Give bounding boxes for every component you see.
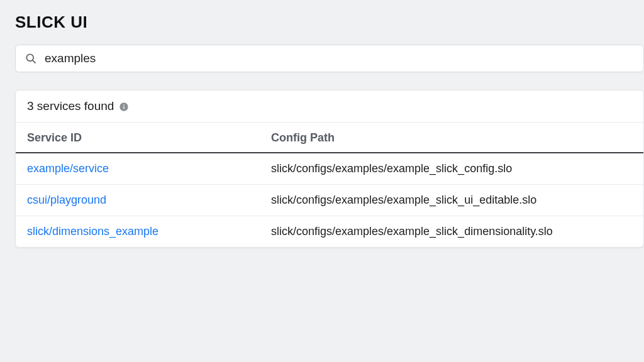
svg-line-1	[33, 60, 36, 63]
table-row: csui/playground slick/configs/examples/e…	[16, 185, 643, 216]
results-table: Service ID Config Path example/service s…	[16, 123, 643, 247]
column-header-config-path[interactable]: Config Path	[271, 131, 632, 145]
results-summary-text: 3 services found	[27, 99, 114, 113]
results-card: 3 services found Service ID Config Path …	[15, 90, 644, 248]
search-box[interactable]	[15, 45, 644, 72]
config-path-text: slick/configs/examples/example_slick_con…	[271, 162, 512, 175]
column-header-service-id[interactable]: Service ID	[27, 131, 271, 145]
table-row: example/service slick/configs/examples/e…	[16, 153, 643, 185]
service-id-link[interactable]: csui/playground	[27, 194, 106, 206]
config-path-text: slick/configs/examples/example_slick_dim…	[271, 225, 553, 238]
svg-point-4	[123, 104, 125, 106]
svg-point-0	[26, 54, 33, 61]
service-id-link[interactable]: example/service	[27, 162, 109, 175]
svg-rect-3	[124, 106, 125, 109]
results-summary-row: 3 services found	[16, 90, 643, 123]
search-icon	[25, 52, 37, 65]
search-input[interactable]	[45, 52, 635, 65]
info-icon[interactable]	[119, 101, 129, 111]
table-header-row: Service ID Config Path	[16, 123, 643, 153]
service-id-link[interactable]: slick/dimensions_example	[27, 225, 158, 238]
page-title: SLICK UI	[15, 13, 644, 32]
config-path-text: slick/configs/examples/example_slick_ui_…	[271, 194, 536, 206]
table-row: slick/dimensions_example slick/configs/e…	[16, 216, 643, 247]
